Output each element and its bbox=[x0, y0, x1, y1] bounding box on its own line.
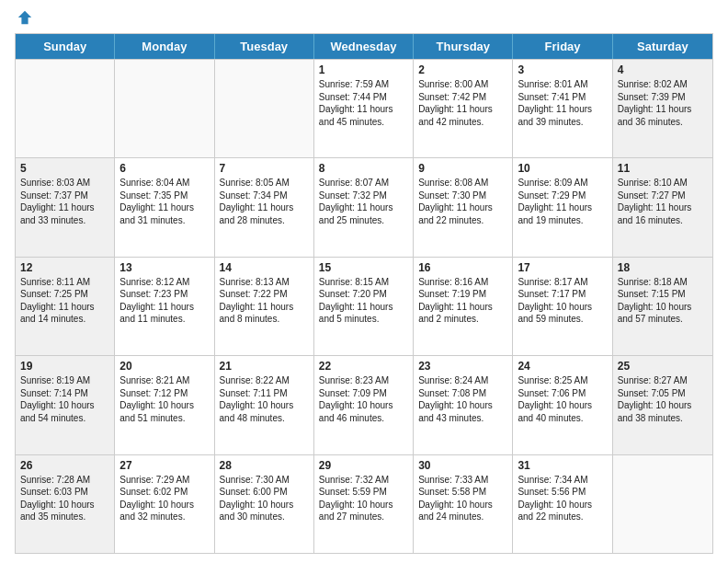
day-number: 17 bbox=[518, 261, 607, 274]
day-of-week-saturday: Saturday bbox=[613, 34, 712, 59]
day-number: 2 bbox=[418, 63, 507, 76]
calendar-cell: 18Sunrise: 8:18 AM Sunset: 7:15 PM Dayli… bbox=[613, 258, 712, 355]
header bbox=[15, 9, 713, 28]
calendar-cell: 16Sunrise: 8:16 AM Sunset: 7:19 PM Dayli… bbox=[414, 258, 513, 355]
day-number: 28 bbox=[220, 459, 309, 472]
day-number: 18 bbox=[618, 261, 708, 274]
cell-info: Sunrise: 7:30 AM Sunset: 6:00 PM Dayligh… bbox=[220, 474, 309, 523]
calendar-cell bbox=[16, 60, 115, 157]
calendar-cell: 22Sunrise: 8:23 AM Sunset: 7:09 PM Dayli… bbox=[314, 356, 414, 454]
cell-info: Sunrise: 7:33 AM Sunset: 5:58 PM Dayligh… bbox=[418, 474, 507, 523]
calendar-cell: 12Sunrise: 8:11 AM Sunset: 7:25 PM Dayli… bbox=[16, 258, 115, 355]
calendar-cell: 2Sunrise: 8:00 AM Sunset: 7:42 PM Daylig… bbox=[414, 60, 513, 157]
cell-info: Sunrise: 8:03 AM Sunset: 7:37 PM Dayligh… bbox=[20, 177, 109, 226]
day-number: 31 bbox=[518, 459, 607, 472]
calendar-cell: 19Sunrise: 8:19 AM Sunset: 7:14 PM Dayli… bbox=[16, 356, 115, 454]
day-number: 6 bbox=[119, 162, 209, 175]
calendar-cell: 10Sunrise: 8:09 AM Sunset: 7:29 PM Dayli… bbox=[513, 158, 612, 256]
calendar-cell: 11Sunrise: 8:10 AM Sunset: 7:27 PM Dayli… bbox=[613, 158, 712, 256]
day-number: 27 bbox=[119, 459, 209, 472]
calendar-row-1: 5Sunrise: 8:03 AM Sunset: 7:37 PM Daylig… bbox=[16, 157, 712, 256]
calendar-cell: 29Sunrise: 7:32 AM Sunset: 5:59 PM Dayli… bbox=[314, 455, 414, 553]
calendar-cell: 21Sunrise: 8:22 AM Sunset: 7:11 PM Dayli… bbox=[215, 356, 314, 454]
cell-info: Sunrise: 8:09 AM Sunset: 7:29 PM Dayligh… bbox=[518, 177, 607, 226]
day-number: 1 bbox=[319, 63, 408, 76]
cell-info: Sunrise: 8:19 AM Sunset: 7:14 PM Dayligh… bbox=[20, 374, 109, 424]
calendar-cell: 31Sunrise: 7:34 AM Sunset: 5:56 PM Dayli… bbox=[513, 455, 612, 553]
calendar-cell: 9Sunrise: 8:08 AM Sunset: 7:30 PM Daylig… bbox=[414, 158, 513, 256]
day-of-week-tuesday: Tuesday bbox=[215, 34, 314, 59]
cell-info: Sunrise: 8:02 AM Sunset: 7:39 PM Dayligh… bbox=[618, 78, 708, 128]
calendar-cell: 26Sunrise: 7:28 AM Sunset: 6:03 PM Dayli… bbox=[16, 455, 115, 553]
calendar-cell: 24Sunrise: 8:25 AM Sunset: 7:06 PM Dayli… bbox=[513, 356, 612, 454]
calendar-row-2: 12Sunrise: 8:11 AM Sunset: 7:25 PM Dayli… bbox=[16, 257, 712, 355]
day-number: 20 bbox=[119, 360, 209, 373]
calendar-row-0: 1Sunrise: 7:59 AM Sunset: 7:44 PM Daylig… bbox=[16, 59, 712, 157]
day-number: 4 bbox=[618, 63, 708, 76]
calendar-cell: 23Sunrise: 8:24 AM Sunset: 7:08 PM Dayli… bbox=[414, 356, 513, 454]
cell-info: Sunrise: 8:13 AM Sunset: 7:22 PM Dayligh… bbox=[220, 276, 309, 326]
calendar-cell: 17Sunrise: 8:17 AM Sunset: 7:17 PM Dayli… bbox=[513, 258, 612, 355]
day-number: 21 bbox=[220, 360, 309, 373]
cell-info: Sunrise: 8:05 AM Sunset: 7:34 PM Dayligh… bbox=[220, 177, 309, 226]
calendar-cell: 20Sunrise: 8:21 AM Sunset: 7:12 PM Dayli… bbox=[115, 356, 214, 454]
calendar-cell: 3Sunrise: 8:01 AM Sunset: 7:41 PM Daylig… bbox=[513, 60, 612, 157]
day-number: 7 bbox=[220, 162, 309, 175]
day-number: 15 bbox=[319, 261, 408, 274]
cell-info: Sunrise: 7:59 AM Sunset: 7:44 PM Dayligh… bbox=[319, 78, 408, 128]
cell-info: Sunrise: 8:18 AM Sunset: 7:15 PM Dayligh… bbox=[618, 276, 708, 326]
day-number: 5 bbox=[20, 162, 109, 175]
day-number: 30 bbox=[418, 459, 507, 472]
cell-info: Sunrise: 7:29 AM Sunset: 6:02 PM Dayligh… bbox=[119, 474, 209, 523]
cell-info: Sunrise: 8:22 AM Sunset: 7:11 PM Dayligh… bbox=[220, 374, 309, 424]
day-of-week-thursday: Thursday bbox=[414, 34, 513, 59]
cell-info: Sunrise: 7:28 AM Sunset: 6:03 PM Dayligh… bbox=[20, 474, 109, 523]
cell-info: Sunrise: 8:11 AM Sunset: 7:25 PM Dayligh… bbox=[20, 276, 109, 326]
day-number: 29 bbox=[319, 459, 408, 472]
day-number: 13 bbox=[119, 261, 209, 274]
calendar-row-4: 26Sunrise: 7:28 AM Sunset: 6:03 PM Dayli… bbox=[16, 454, 712, 553]
cell-info: Sunrise: 8:04 AM Sunset: 7:35 PM Dayligh… bbox=[119, 177, 209, 226]
calendar-cell: 8Sunrise: 8:07 AM Sunset: 7:32 PM Daylig… bbox=[314, 158, 414, 256]
day-of-week-friday: Friday bbox=[513, 34, 612, 59]
calendar-cell: 15Sunrise: 8:15 AM Sunset: 7:20 PM Dayli… bbox=[314, 258, 414, 355]
calendar-row-3: 19Sunrise: 8:19 AM Sunset: 7:14 PM Dayli… bbox=[16, 355, 712, 454]
day-number: 19 bbox=[20, 360, 109, 373]
day-number: 22 bbox=[319, 360, 408, 373]
cell-info: Sunrise: 8:24 AM Sunset: 7:08 PM Dayligh… bbox=[418, 374, 507, 424]
calendar-cell: 25Sunrise: 8:27 AM Sunset: 7:05 PM Dayli… bbox=[613, 356, 712, 454]
calendar-header: SundayMondayTuesdayWednesdayThursdayFrid… bbox=[16, 34, 712, 59]
day-number: 3 bbox=[518, 63, 607, 76]
day-number: 11 bbox=[618, 162, 708, 175]
cell-info: Sunrise: 8:16 AM Sunset: 7:19 PM Dayligh… bbox=[418, 276, 507, 326]
day-number: 24 bbox=[518, 360, 607, 373]
day-number: 9 bbox=[418, 162, 507, 175]
cell-info: Sunrise: 7:34 AM Sunset: 5:56 PM Dayligh… bbox=[518, 474, 607, 523]
cell-info: Sunrise: 8:00 AM Sunset: 7:42 PM Dayligh… bbox=[418, 78, 507, 128]
cell-info: Sunrise: 8:23 AM Sunset: 7:09 PM Dayligh… bbox=[319, 374, 408, 424]
calendar-cell: 27Sunrise: 7:29 AM Sunset: 6:02 PM Dayli… bbox=[115, 455, 214, 553]
day-of-week-wednesday: Wednesday bbox=[314, 34, 414, 59]
day-of-week-monday: Monday bbox=[115, 34, 214, 59]
svg-marker-0 bbox=[18, 11, 31, 24]
calendar-cell: 30Sunrise: 7:33 AM Sunset: 5:58 PM Dayli… bbox=[414, 455, 513, 553]
cell-info: Sunrise: 8:17 AM Sunset: 7:17 PM Dayligh… bbox=[518, 276, 607, 326]
day-number: 14 bbox=[220, 261, 309, 274]
calendar-body: 1Sunrise: 7:59 AM Sunset: 7:44 PM Daylig… bbox=[16, 59, 712, 553]
calendar-cell: 13Sunrise: 8:12 AM Sunset: 7:23 PM Dayli… bbox=[115, 258, 214, 355]
calendar: SundayMondayTuesdayWednesdayThursdayFrid… bbox=[15, 33, 713, 554]
calendar-cell bbox=[613, 455, 712, 553]
cell-info: Sunrise: 8:10 AM Sunset: 7:27 PM Dayligh… bbox=[618, 177, 708, 226]
calendar-cell: 1Sunrise: 7:59 AM Sunset: 7:44 PM Daylig… bbox=[314, 60, 414, 157]
logo-icon bbox=[17, 9, 33, 26]
calendar-cell: 4Sunrise: 8:02 AM Sunset: 7:39 PM Daylig… bbox=[613, 60, 712, 157]
cell-info: Sunrise: 8:15 AM Sunset: 7:20 PM Dayligh… bbox=[319, 276, 408, 326]
day-number: 25 bbox=[618, 360, 708, 373]
logo bbox=[15, 9, 33, 28]
day-number: 12 bbox=[20, 261, 109, 274]
cell-info: Sunrise: 7:32 AM Sunset: 5:59 PM Dayligh… bbox=[319, 474, 408, 523]
day-number: 10 bbox=[518, 162, 607, 175]
cell-info: Sunrise: 8:27 AM Sunset: 7:05 PM Dayligh… bbox=[618, 374, 708, 424]
cell-info: Sunrise: 8:12 AM Sunset: 7:23 PM Dayligh… bbox=[119, 276, 209, 326]
calendar-cell: 5Sunrise: 8:03 AM Sunset: 7:37 PM Daylig… bbox=[16, 158, 115, 256]
